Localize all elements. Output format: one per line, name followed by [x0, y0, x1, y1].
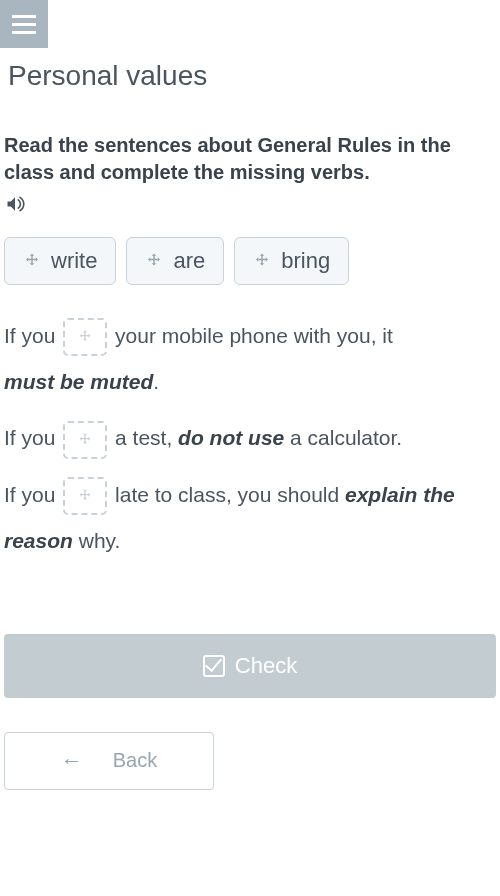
- audio-icon[interactable]: [4, 196, 26, 218]
- sentence-text: your mobile phone with you, it: [109, 324, 393, 347]
- sentence-emphasis: must be muted: [4, 370, 153, 393]
- sentence-text: If you: [4, 483, 61, 506]
- sentence-emphasis: reason: [4, 529, 73, 552]
- chip-label: write: [51, 248, 97, 274]
- move-icon: [23, 252, 41, 270]
- dropzone-1[interactable]: [63, 318, 107, 356]
- chip-write[interactable]: write: [4, 237, 116, 285]
- check-label: Check: [235, 653, 297, 679]
- instructions-text: Read the sentences about General Rules i…: [4, 132, 496, 186]
- sentence-text: a test,: [109, 426, 178, 449]
- sentence-emphasis: explain the: [345, 483, 455, 506]
- dropzone-2[interactable]: [63, 421, 107, 459]
- word-bank: write are bring: [4, 237, 496, 285]
- chip-label: are: [173, 248, 205, 274]
- sentence-emphasis: do not use: [178, 426, 284, 449]
- chip-label: bring: [281, 248, 330, 274]
- move-icon: [77, 432, 93, 448]
- dropzone-3[interactable]: [63, 477, 107, 515]
- check-icon: [203, 655, 225, 677]
- move-icon: [253, 252, 271, 270]
- sentence-3: If you late to class, you should explain…: [4, 472, 496, 564]
- sentence-text: If you: [4, 324, 61, 347]
- move-icon: [77, 329, 93, 345]
- arrow-left-icon: ←: [61, 748, 83, 774]
- sentence-1: If you your mobile phone with you, it mu…: [4, 313, 496, 405]
- sentence-text: .: [153, 370, 159, 393]
- move-icon: [77, 488, 93, 504]
- sentence-2: If you a test, do not use a calculator.: [4, 415, 496, 461]
- check-button[interactable]: Check: [4, 634, 496, 698]
- sentence-text: a calculator.: [284, 426, 402, 449]
- sentence-text: why.: [73, 529, 120, 552]
- chip-are[interactable]: are: [126, 237, 224, 285]
- back-button[interactable]: ← Back: [4, 732, 214, 790]
- sentences-area: If you your mobile phone with you, it mu…: [4, 313, 496, 564]
- chip-bring[interactable]: bring: [234, 237, 349, 285]
- sentence-text: If you: [4, 426, 61, 449]
- menu-button[interactable]: [0, 0, 48, 48]
- sentence-text: late to class, you should: [109, 483, 345, 506]
- page-title: Personal values: [4, 48, 496, 92]
- move-icon: [145, 252, 163, 270]
- back-label: Back: [113, 749, 157, 772]
